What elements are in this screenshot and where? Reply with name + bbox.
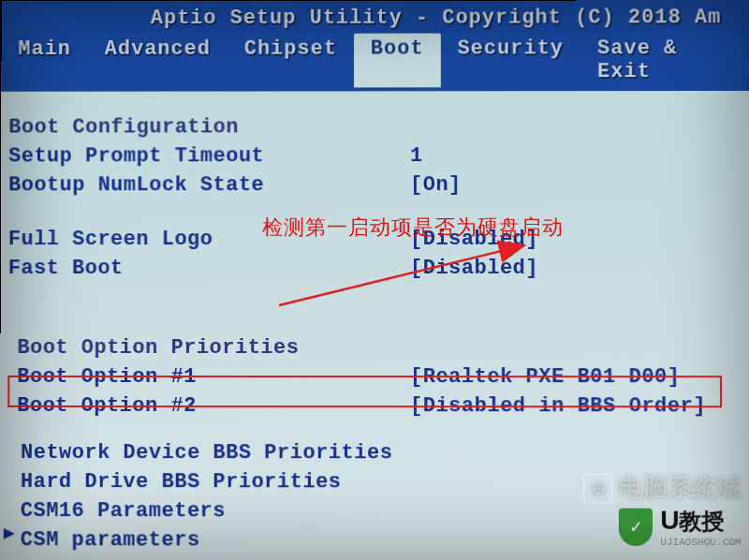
numlock-value: [On]: [410, 171, 462, 200]
bios-screen: Aptio Setup Utility - Copyright (C) 2018…: [0, 0, 749, 560]
fast-boot-value: [Disabled]: [410, 255, 538, 284]
menu-bar: Main Advanced Chipset Boot Security Save…: [1, 33, 749, 92]
menu-main[interactable]: Main: [1, 34, 88, 88]
watermark-2-text: 教授: [680, 508, 725, 534]
bios-title: Aptio Setup Utility - Copyright (C) 2018…: [151, 6, 722, 30]
setup-prompt-label: Setup Prompt Timeout: [8, 142, 410, 171]
menu-save-exit[interactable]: Save & Exit: [580, 33, 749, 87]
menu-boot[interactable]: Boot: [354, 34, 441, 88]
boot-option-1-label: Boot Option #1: [17, 363, 410, 392]
setup-prompt-row[interactable]: Setup Prompt Timeout 1: [8, 142, 749, 171]
boot-option-2-value: [Disabled in BBS Order]: [410, 392, 706, 421]
fast-boot-label: Fast Boot: [8, 255, 410, 284]
boot-option-2-row[interactable]: Boot Option #2 [Disabled in BBS Order]: [7, 392, 749, 421]
numlock-row[interactable]: Bootup NumLock State [On]: [8, 170, 749, 199]
shield-icon: ✓: [619, 508, 653, 545]
watermark-1: ⊕ 电脑系统城: [583, 471, 742, 504]
annotation-text: 检测第一启动项是否为硬盘启动: [262, 214, 564, 242]
setup-prompt-value: 1: [410, 142, 423, 171]
watermark-2-sub: UJIAOSHOU.COM: [660, 537, 741, 548]
watermark-1-icon: ⊕: [583, 473, 613, 503]
boot-option-2-label: Boot Option #2: [17, 392, 410, 421]
menu-security[interactable]: Security: [441, 33, 581, 87]
cursor-arrow-icon: ▶: [4, 521, 15, 544]
boot-config-heading: Boot Configuration: [8, 113, 749, 142]
boot-option-1-value: [Realtek PXE B01 D00]: [410, 363, 681, 392]
watermark-2-letter: U: [660, 506, 679, 535]
numlock-label: Bootup NumLock State: [8, 171, 410, 200]
watermark-1-text: 电脑系统城: [619, 472, 742, 505]
boot-option-1-row[interactable]: Boot Option #1 [Realtek PXE B01 D00]: [7, 363, 749, 392]
watermark-2: ✓ U教授 UJIAOSHOU.COM: [619, 506, 742, 548]
network-bbs-row[interactable]: Network Device BBS Priorities: [7, 439, 749, 468]
bios-title-bar: Aptio Setup Utility - Copyright (C) 2018…: [2, 0, 749, 34]
fast-boot-row[interactable]: Fast Boot [Disabled]: [8, 255, 749, 284]
boot-priorities-heading: Boot Option Priorities: [7, 334, 749, 363]
menu-chipset[interactable]: Chipset: [228, 34, 354, 88]
menu-advanced[interactable]: Advanced: [88, 34, 228, 88]
